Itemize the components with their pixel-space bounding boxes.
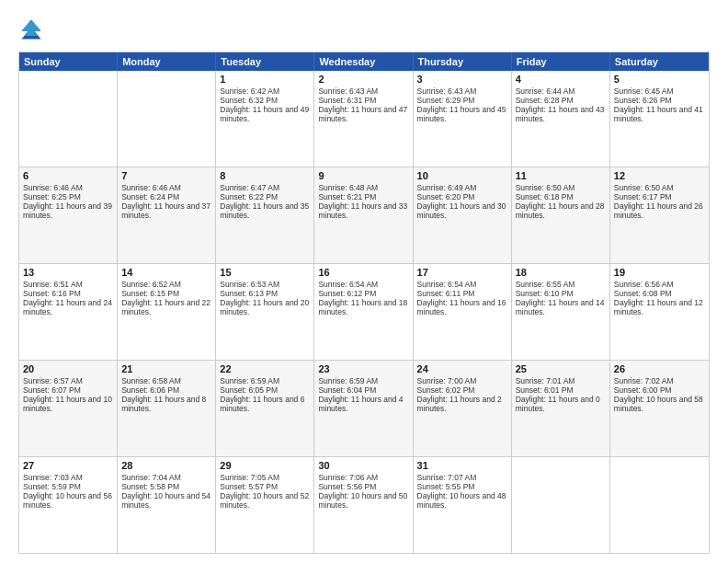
day-cell-25: 25Sunrise: 7:01 AMSunset: 6:01 PMDayligh… [512,361,610,456]
svg-marker-1 [22,20,41,37]
day-cell-17: 17Sunrise: 6:54 AMSunset: 6:11 PMDayligh… [414,264,512,360]
day-number: 14 [121,267,211,278]
cell-content-line: Sunrise: 6:57 AM [23,376,113,385]
day-number: 20 [23,363,113,374]
cell-content-line: Sunset: 5:55 PM [417,482,507,491]
cell-content-line: Daylight: 11 hours and 49 minutes. [220,105,310,123]
cell-content-line: Daylight: 11 hours and 43 minutes. [516,105,606,123]
day-cell-4: 4Sunrise: 6:44 AMSunset: 6:28 PMDaylight… [512,71,610,167]
day-number: 26 [614,363,705,374]
cell-content-line: Sunrise: 6:58 AM [121,376,211,385]
cell-content-line: Sunset: 6:12 PM [318,289,408,298]
cell-content-line: Sunset: 6:07 PM [23,385,113,395]
cell-content-line: Sunrise: 6:50 AM [614,183,705,192]
calendar-header: SundayMondayTuesdayWednesdayThursdayFrid… [19,52,709,71]
cell-content-line: Daylight: 11 hours and 22 minutes. [121,298,211,316]
week-row-1: 1Sunrise: 6:42 AMSunset: 6:32 PMDaylight… [19,71,709,167]
cell-content-line: Daylight: 11 hours and 30 minutes. [417,201,507,220]
cell-content-line: Daylight: 11 hours and 14 minutes. [516,298,606,316]
day-cell-31: 31Sunrise: 7:07 AMSunset: 5:55 PMDayligh… [414,457,512,553]
day-cell-2: 2Sunrise: 6:43 AMSunset: 6:31 PMDaylight… [314,71,413,167]
header-day-saturday: Saturday [610,52,709,71]
cell-content-line: Sunset: 6:17 PM [614,192,705,201]
cell-content-line: Sunset: 5:59 PM [23,482,113,491]
week-row-4: 20Sunrise: 6:57 AMSunset: 6:07 PMDayligh… [19,361,709,457]
cell-content-line: Sunset: 6:05 PM [220,385,310,395]
cell-content-line: Daylight: 11 hours and 47 minutes. [318,105,408,123]
cell-content-line: Daylight: 10 hours and 58 minutes. [614,395,705,413]
cell-content-line: Daylight: 11 hours and 6 minutes. [220,395,310,413]
cell-content-line: Sunset: 6:18 PM [516,192,606,201]
week-row-2: 6Sunrise: 6:46 AMSunset: 6:25 PMDaylight… [19,167,709,264]
cell-content-line: Sunrise: 6:59 AM [318,376,408,385]
day-number: 8 [220,170,310,181]
day-number: 19 [614,267,705,278]
cell-content-line: Sunset: 6:13 PM [220,289,310,298]
cell-content-line: Sunrise: 7:00 AM [417,376,507,385]
header [18,17,710,42]
cell-content-line: Sunset: 5:58 PM [121,482,211,491]
calendar-body: 1Sunrise: 6:42 AMSunset: 6:32 PMDaylight… [19,71,709,553]
cell-content-line: Sunrise: 6:46 AM [121,183,211,192]
cell-content-line: Sunrise: 6:42 AM [220,86,310,96]
cell-content-line: Sunrise: 7:07 AM [417,473,507,482]
cell-content-line: Sunrise: 7:06 AM [318,473,408,482]
cell-content-line: Sunrise: 6:53 AM [220,280,310,289]
page: SundayMondayTuesdayWednesdayThursdayFrid… [0,0,728,563]
cell-content-line: Sunset: 6:20 PM [417,192,507,201]
cell-content-line: Sunrise: 6:56 AM [614,280,705,289]
header-day-wednesday: Wednesday [314,52,413,71]
cell-content-line: Sunset: 5:56 PM [318,482,408,491]
cell-content-line: Sunrise: 6:47 AM [220,183,310,192]
cell-content-line: Daylight: 11 hours and 20 minutes. [220,298,310,316]
cell-content-line: Sunrise: 6:50 AM [516,183,606,192]
cell-content-line: Sunset: 6:16 PM [23,289,113,298]
logo [18,17,48,42]
day-number: 27 [23,460,113,471]
cell-content-line: Sunset: 6:01 PM [516,385,606,395]
day-cell-20: 20Sunrise: 6:57 AMSunset: 6:07 PMDayligh… [19,361,118,456]
day-number: 5 [614,74,705,85]
cell-content-line: Sunrise: 6:48 AM [318,183,408,192]
day-number: 28 [121,460,211,471]
day-cell-21: 21Sunrise: 6:58 AMSunset: 6:06 PMDayligh… [118,361,216,456]
week-row-3: 13Sunrise: 6:51 AMSunset: 6:16 PMDayligh… [19,264,709,361]
cell-content-line: Sunrise: 6:55 AM [516,280,606,289]
day-number: 31 [417,460,507,471]
cell-content-line: Sunset: 6:10 PM [516,289,606,298]
cell-content-line: Sunset: 6:28 PM [516,96,606,105]
cell-content-line: Sunrise: 6:46 AM [23,183,113,192]
cell-content-line: Sunset: 6:04 PM [318,385,408,395]
cell-content-line: Sunset: 6:08 PM [614,289,705,298]
cell-content-line: Sunset: 6:31 PM [318,96,408,105]
cell-content-line: Sunset: 6:11 PM [417,289,507,298]
cell-content-line: Sunrise: 6:44 AM [516,86,606,96]
cell-content-line: Daylight: 11 hours and 37 minutes. [121,201,211,220]
cell-content-line: Sunrise: 7:03 AM [23,473,113,482]
day-cell-1: 1Sunrise: 6:42 AMSunset: 6:32 PMDaylight… [216,71,314,167]
cell-content-line: Daylight: 11 hours and 33 minutes. [318,201,408,220]
cell-content-line: Sunrise: 6:52 AM [121,280,211,289]
day-number: 22 [220,363,310,374]
cell-content-line: Daylight: 10 hours and 56 minutes. [23,491,113,510]
cell-content-line: Daylight: 11 hours and 0 minutes. [516,395,606,413]
cell-content-line: Daylight: 10 hours and 54 minutes. [121,491,211,510]
day-number: 7 [121,170,211,181]
cell-content-line: Sunset: 6:21 PM [318,192,408,201]
day-cell-11: 11Sunrise: 6:50 AMSunset: 6:18 PMDayligh… [512,167,610,263]
cell-content-line: Daylight: 11 hours and 24 minutes. [23,298,113,316]
day-cell-19: 19Sunrise: 6:56 AMSunset: 6:08 PMDayligh… [610,264,709,360]
day-cell-14: 14Sunrise: 6:52 AMSunset: 6:15 PMDayligh… [118,264,216,360]
cell-content-line: Daylight: 11 hours and 35 minutes. [220,201,310,220]
cell-content-line: Daylight: 11 hours and 45 minutes. [417,105,507,123]
day-number: 30 [318,460,408,471]
day-number: 21 [121,363,211,374]
cell-content-line: Sunrise: 7:04 AM [121,473,211,482]
cell-content-line: Daylight: 11 hours and 4 minutes. [318,395,408,413]
cell-content-line: Daylight: 10 hours and 50 minutes. [318,491,408,510]
day-cell-26: 26Sunrise: 7:02 AMSunset: 6:00 PMDayligh… [610,361,709,456]
day-number: 2 [318,74,408,85]
cell-content-line: Daylight: 11 hours and 41 minutes. [614,105,705,123]
day-cell-6: 6Sunrise: 6:46 AMSunset: 6:25 PMDaylight… [19,167,118,263]
cell-content-line: Sunset: 6:00 PM [614,385,705,395]
